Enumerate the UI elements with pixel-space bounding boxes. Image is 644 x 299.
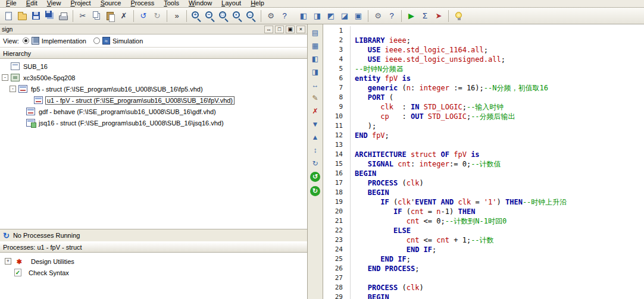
lightbulb-icon[interactable] [452, 10, 465, 23]
menu-layout[interactable]: Layout [217, 0, 246, 7]
menu-tools[interactable]: Tools [159, 0, 184, 7]
save-all-icon[interactable] [43, 10, 56, 23]
code-line[interactable]: 23 cnt <= cnt + 1;--计数 [323, 235, 644, 245]
console-panel-icon[interactable]: ◪ [338, 10, 351, 23]
design-properties-icon[interactable]: ⚙ [264, 10, 277, 23]
code-line[interactable]: 25 END IF; [323, 254, 644, 264]
code-line[interactable]: 15 SIGNAL cnt: integer:= 0;--计数值 [323, 159, 644, 169]
menu-edit[interactable]: Edit [21, 0, 42, 7]
code-line[interactable]: 19 IF (clk'EVENT AND clk = '1') THEN--时钟… [323, 197, 644, 207]
back-icon[interactable]: ↺ [310, 172, 320, 182]
menu-project[interactable]: Project [65, 0, 95, 7]
copy-icon[interactable] [90, 10, 103, 23]
word-wrap-icon[interactable]: ↔ [310, 79, 321, 90]
close-view-icon[interactable]: ✗ [310, 105, 321, 117]
delete-icon[interactable]: ✗ [117, 10, 130, 23]
paste-icon[interactable] [104, 10, 117, 23]
code-line[interactable]: 14ARCHITECTURE struct OF fpV is [323, 150, 644, 159]
undock-button[interactable]: ↔ [264, 26, 273, 33]
cut-icon[interactable]: ✂ [76, 10, 89, 23]
launch-icon[interactable]: ➤ [432, 10, 445, 23]
code-line[interactable]: 22 ELSE [323, 226, 644, 235]
code-line[interactable]: 29 BEGIN [323, 292, 644, 299]
radio-simulation[interactable] [93, 37, 100, 44]
radio-implementation[interactable] [23, 37, 29, 44]
code-line[interactable]: 4 USE ieee.std_logic_unsigned.all; [323, 55, 644, 64]
code-editor[interactable]: 12LIBRARY ieee;3 USE ieee.std_logic_1164… [323, 24, 644, 299]
messages-panel-icon[interactable]: ▣ [352, 10, 365, 23]
hierarchy-item[interactable]: u1 - fpV - struct (F:\ISE_program\sub16_… [0, 95, 307, 106]
maximize-button[interactable]: □ [275, 26, 284, 33]
code-line[interactable]: 11 ); [323, 121, 644, 131]
collapse-all-icon[interactable]: ▲ [310, 131, 321, 143]
files-panel-icon[interactable]: ◨ [311, 10, 324, 23]
code-line[interactable]: 13 [323, 140, 644, 150]
wrench-icon[interactable]: ⚙ [371, 10, 384, 23]
open-file-icon[interactable] [15, 10, 29, 23]
code-line[interactable]: 16BEGIN [323, 169, 644, 178]
code-line[interactable]: 1 [323, 26, 644, 36]
split-horizontal-icon[interactable]: ◧ [310, 53, 321, 64]
hierarchy-item[interactable]: gdf - behave (F:\ISE_program\sub16_U008\… [0, 106, 307, 117]
code-line[interactable]: 28 PROCESS (clk) [323, 283, 644, 292]
libraries-panel-icon[interactable]: ◩ [324, 10, 337, 23]
code-line[interactable]: 10 cp : OUT STD_LOGIC;--分频后输出 [323, 112, 644, 121]
collapse-expander[interactable]: - [2, 74, 8, 81]
toolbar-overflow-icon[interactable]: » [170, 10, 183, 23]
process-item[interactable]: +✱Design Utilities [0, 256, 307, 267]
close-button[interactable]: × [296, 26, 305, 33]
context-help-icon[interactable]: ? [278, 10, 291, 23]
code-line[interactable]: 26 END PROCESS; [323, 264, 644, 273]
show-design-panel-icon[interactable]: ▤ [310, 27, 321, 38]
history-icon[interactable]: ↻ [310, 186, 320, 196]
menu-process[interactable]: Process [126, 0, 160, 7]
code-line[interactable]: 27 [323, 273, 644, 283]
expand-expander[interactable]: + [5, 258, 11, 265]
show-files-panel-icon[interactable]: ▦ [310, 40, 321, 51]
new-file-icon[interactable] [2, 10, 15, 23]
whats-this-help-icon[interactable]: ? [385, 10, 398, 23]
code-line[interactable]: 20 IF (cnt = n-1) THEN [323, 207, 644, 216]
edit-source-icon[interactable]: ✎ [310, 92, 321, 103]
processes-tree[interactable]: +✱Design Utilities✓Check Syntax [0, 253, 307, 299]
expand-all-icon[interactable]: ▼ [310, 118, 321, 130]
code-line[interactable]: 7 generic (n: integer := 16);--N分频，初值取16 [323, 83, 644, 93]
code-line[interactable]: 8 PORT ( [323, 93, 644, 102]
process-item[interactable]: ✓Check Syntax [0, 267, 307, 278]
menu-window[interactable]: Window [184, 0, 217, 7]
code-line[interactable]: 12END fpV; [323, 131, 644, 140]
code-line[interactable]: 18 BEGIN [323, 188, 644, 197]
zoom-full-view-icon[interactable]: □ [217, 10, 230, 23]
hierarchy-item[interactable]: SUB_16 [0, 61, 307, 72]
code-line[interactable]: 24 END IF; [323, 245, 644, 254]
code-line[interactable]: 9 clk : IN STD_LOGIC;--输入时钟 [323, 102, 644, 112]
split-vertical-icon[interactable]: ◨ [310, 66, 321, 77]
redo-icon[interactable]: ↻ [151, 10, 164, 23]
view-option-implementation[interactable]: Implementation [23, 37, 86, 45]
menu-source[interactable]: Source [96, 0, 126, 7]
code-line[interactable]: 3 USE ieee.std_logic_1164.all; [323, 45, 644, 55]
hierarchy-item[interactable]: -xc3s500e-5pq208 [0, 72, 307, 83]
zoom-selection-icon[interactable]: ↔ [245, 10, 258, 23]
zoom-in-icon[interactable]: + [190, 10, 203, 23]
save-icon[interactable] [29, 10, 42, 23]
zoom-box-icon[interactable]: ▪ [231, 10, 244, 23]
sort-icon[interactable]: ↕ [310, 144, 321, 156]
hierarchy-item[interactable]: -fp5 - struct (F:\ISE_program\sub16_U008… [0, 83, 307, 95]
code-line[interactable]: 2LIBRARY ieee; [323, 36, 644, 45]
hierarchy-item[interactable]: jsq16 - struct (F:\ISE_program\sub16_U00… [0, 117, 307, 128]
design-panel-icon[interactable]: ◧ [297, 10, 310, 23]
menu-view[interactable]: View [42, 0, 66, 7]
run-icon[interactable]: ▶ [405, 10, 418, 23]
menu-help[interactable]: Help [246, 0, 269, 7]
collapse-expander[interactable]: - [10, 86, 16, 92]
code-line[interactable]: 21 cnt <= 0;--计数到N-1时回0 [323, 216, 644, 226]
print-icon[interactable] [57, 10, 70, 23]
refresh-view-icon[interactable]: ↻ [310, 158, 321, 169]
zoom-out-icon[interactable]: − [204, 10, 217, 23]
sum-icon[interactable]: Σ [418, 10, 432, 23]
hierarchy-tree[interactable]: SUB_16-xc3s500e-5pq208-fp5 - struct (F:\… [0, 59, 307, 229]
code-line[interactable]: 6entity fpV is [323, 74, 644, 83]
view-option-simulation[interactable]: ≈Simulation [93, 37, 143, 45]
undo-icon[interactable]: ↺ [137, 10, 150, 23]
